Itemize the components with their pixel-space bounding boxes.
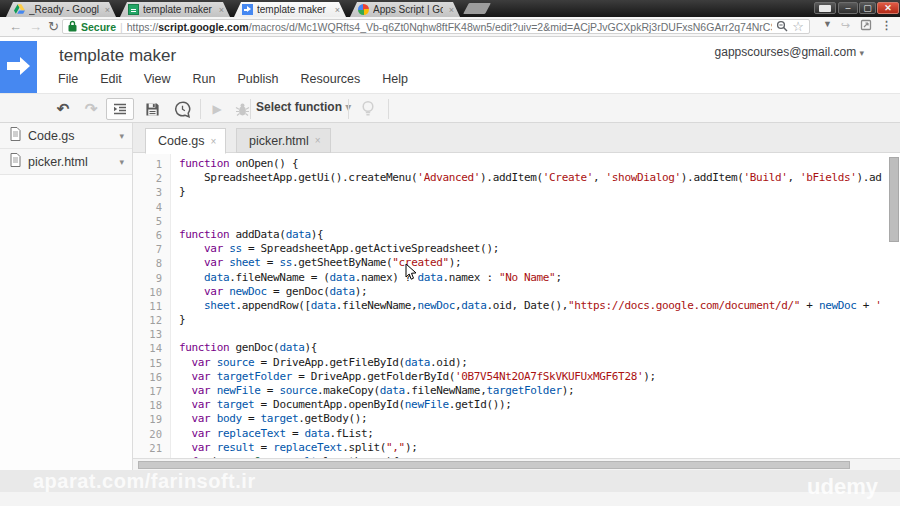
code-line: sheet.appendRow([data.fileNewName,newDoc… xyxy=(179,299,889,313)
vertical-scrollbar-thumb[interactable] xyxy=(889,157,899,242)
code-line: var sheet = ss.getSheetByName("created")… xyxy=(179,256,889,270)
titlebar-utility-button[interactable] xyxy=(814,2,836,14)
menu-bar: File Edit View Run Publish Resources Hel… xyxy=(47,69,419,89)
browser-tab-sheets[interactable]: template maker - Googl × xyxy=(120,2,230,17)
code-line: var body = target.getBody(); xyxy=(179,412,889,426)
line-number: 15 xyxy=(133,356,170,370)
line-number-gutter: 12345678910111213141516171819202122 xyxy=(133,153,171,458)
menu-help[interactable]: Help xyxy=(371,69,419,89)
code-line: var ss = SpreadsheetApp.getActiveSpreads… xyxy=(179,242,889,256)
menu-file[interactable]: File xyxy=(47,69,89,89)
url-text: https://script.google.com/macros/d/Mc1WQ… xyxy=(127,21,773,33)
code-line: var newDoc = genDoc(data); xyxy=(179,285,889,299)
code-line: var targetFolder = DriveApp.getFolderByI… xyxy=(179,370,889,384)
back-icon[interactable]: ← xyxy=(9,18,22,35)
close-tab-icon[interactable]: × xyxy=(315,135,321,146)
menu-kebab-icon[interactable]: ⋮ xyxy=(881,19,892,32)
file-icon xyxy=(10,153,21,171)
chevron-down-icon[interactable]: ▾ xyxy=(119,131,124,141)
code-editor: Code.gs × picker.html × 1234567891011121… xyxy=(133,123,900,470)
code-line: SpreadsheetApp.getUi().createMenu('Advan… xyxy=(179,171,889,185)
tab-title: template maker xyxy=(257,4,329,15)
line-number: 13 xyxy=(133,327,170,341)
project-title[interactable]: template maker xyxy=(59,46,176,66)
keyboard-icon xyxy=(819,5,831,12)
file-name: picker.html xyxy=(28,155,112,169)
toolbar: ↶ ↷ ▶ Select function ▾ xyxy=(0,93,900,123)
sidebar-item-picker-html[interactable]: picker.html ▾ xyxy=(0,149,132,175)
line-number: 3 xyxy=(133,185,170,199)
chevron-down-icon: ▾ xyxy=(859,48,864,58)
select-function-dropdown[interactable]: Select function ▾ xyxy=(256,100,351,114)
close-tab-icon[interactable]: × xyxy=(333,5,340,15)
apps-script-icon xyxy=(242,4,253,15)
menu-view[interactable]: View xyxy=(133,69,182,89)
line-number: 12 xyxy=(133,313,170,327)
bookmark-star-icon[interactable]: ☆ xyxy=(792,20,804,33)
line-number: 19 xyxy=(133,412,170,426)
code-line: function onOpen() { xyxy=(179,157,889,171)
close-tab-icon[interactable]: × xyxy=(103,5,110,15)
google-developers-icon xyxy=(358,4,369,15)
url-field[interactable]: Secure | https://script.google.com/macro… xyxy=(62,19,810,34)
line-number: 14 xyxy=(133,341,170,355)
redo-button[interactable]: ↷ xyxy=(80,98,102,120)
code-line: var newFile = source.makeCopy(data.fileN… xyxy=(179,384,889,398)
code-area[interactable]: 12345678910111213141516171819202122 func… xyxy=(133,153,900,458)
browser-tab-docs[interactable]: Apps Script | Google D × xyxy=(350,2,460,17)
menu-edit[interactable]: Edit xyxy=(89,69,133,89)
close-tab-icon[interactable]: × xyxy=(211,136,217,147)
close-tab-icon[interactable]: × xyxy=(217,5,224,15)
close-tab-icon[interactable]: × xyxy=(447,5,454,15)
menu-resources[interactable]: Resources xyxy=(290,69,372,89)
sidebar-item-code-gs[interactable]: Code.gs ▾ xyxy=(0,123,132,149)
new-tab-button[interactable] xyxy=(463,3,491,14)
save-button[interactable] xyxy=(140,98,164,120)
minimize-button[interactable]: – xyxy=(838,2,858,14)
watermark-right: udemy xyxy=(807,474,878,500)
code-line: function genDoc(data){ xyxy=(179,341,889,355)
code-line: var result = replaceText.split(","); xyxy=(179,441,889,455)
zoom-icon[interactable] xyxy=(776,20,788,34)
sheets-icon xyxy=(128,4,139,15)
code-line: data.fileNewName = (data.namex) ? data.n… xyxy=(179,271,889,285)
drive-icon xyxy=(14,4,25,15)
close-button[interactable]: ✕ xyxy=(877,2,899,14)
menu-run[interactable]: Run xyxy=(182,69,227,89)
editor-tab-picker-html[interactable]: picker.html × xyxy=(236,128,331,153)
code-line xyxy=(179,327,889,341)
maximize-button[interactable]: ▢ xyxy=(859,2,876,14)
chevron-down-icon[interactable]: ▾ xyxy=(119,157,124,167)
run-button[interactable]: ▶ xyxy=(206,98,228,120)
refresh-icon[interactable]: ↻ xyxy=(48,18,59,35)
horizontal-scrollbar-thumb[interactable] xyxy=(138,461,850,469)
browser-tab-drive[interactable]: _Ready - Google Drive × xyxy=(6,2,116,17)
lightbulb-button[interactable] xyxy=(356,98,380,120)
share-icon[interactable]: ↪ xyxy=(841,19,850,32)
vertical-scrollbar[interactable] xyxy=(889,155,899,426)
account-email[interactable]: gappscourses@gmail.com ▾ xyxy=(715,45,864,59)
editor-tab-code-gs[interactable]: Code.gs × xyxy=(145,128,226,154)
download-arrow-icon[interactable]: ▼ xyxy=(823,19,832,29)
browser-tab-apps-script-active[interactable]: template maker × xyxy=(234,2,346,17)
horizontal-scrollbar[interactable] xyxy=(133,458,900,470)
indent-button[interactable] xyxy=(106,98,134,120)
tab-title: template maker - Googl xyxy=(143,4,213,15)
tab-title: _Ready - Google Drive xyxy=(29,4,99,15)
code-line xyxy=(179,214,889,228)
export-page-icon[interactable] xyxy=(860,19,872,33)
undo-button[interactable]: ↶ xyxy=(52,98,74,120)
url-divider: | xyxy=(120,21,123,33)
triggers-button[interactable] xyxy=(170,98,194,120)
lock-icon xyxy=(68,20,77,34)
line-number: 11 xyxy=(133,299,170,313)
forward-icon[interactable]: → xyxy=(29,18,42,35)
code-line: } xyxy=(179,185,889,199)
line-number: 5 xyxy=(133,214,170,228)
code-lines: function onOpen() { SpreadsheetApp.getUi… xyxy=(172,153,889,458)
file-icon xyxy=(10,127,21,145)
line-number: 20 xyxy=(133,427,170,441)
address-bar: ← → ↻ Secure | https://script.google.com… xyxy=(0,17,900,37)
menu-publish[interactable]: Publish xyxy=(227,69,290,89)
line-number: 18 xyxy=(133,398,170,412)
